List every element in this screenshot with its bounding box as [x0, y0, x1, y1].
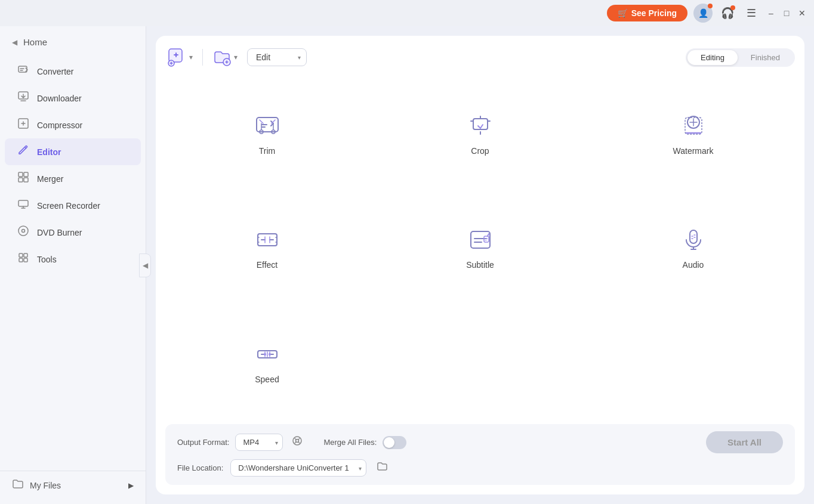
minimize-button[interactable]: –: [766, 8, 776, 18]
myfiles-folder-icon: [12, 478, 24, 492]
tool-card-effect[interactable]: Effect: [165, 196, 369, 301]
start-all-button[interactable]: Start All: [706, 431, 783, 453]
tool-card-empty-2: [591, 310, 795, 415]
top-bar: ▾ ▾ Edit Trim Crop Eff: [165, 45, 795, 69]
bottom-bar: Output Format: MP4 AVI MOV MKV ▾: [165, 424, 795, 485]
svg-point-28: [269, 353, 271, 355]
account-badge: [708, 4, 713, 8]
title-bar: 🛒 See Pricing 👤 🎧 ☰ – □ ✕: [0, 0, 814, 26]
svg-point-29: [293, 437, 301, 445]
svg-rect-10: [19, 253, 23, 257]
svg-point-8: [18, 226, 28, 236]
svg-point-9: [22, 230, 25, 233]
merge-all-label: Merge All Files:: [323, 438, 377, 447]
sidebar-item-dvd-burner[interactable]: DVD Burner: [5, 219, 141, 246]
sidebar-collapse-button[interactable]: ◀: [139, 253, 151, 277]
sidebar-item-screen-recorder[interactable]: Screen Recorder: [5, 192, 141, 219]
editing-toggle-container: Editing Finished: [686, 48, 795, 67]
svg-rect-6: [24, 178, 28, 182]
add-file-dropdown-icon: ▾: [189, 53, 193, 61]
tool-card-watermark[interactable]: Watermark: [591, 81, 795, 186]
file-location-label: File Location:: [177, 463, 223, 472]
svg-rect-24: [471, 231, 490, 248]
screen-recorder-label: Screen Recorder: [37, 201, 100, 211]
svg-rect-11: [24, 253, 27, 257]
output-settings-button[interactable]: [289, 432, 306, 452]
svg-rect-5: [18, 178, 23, 182]
tool-grid: Trim Crop: [165, 81, 795, 415]
edit-select-wrapper: Edit Trim Crop Effect ▾: [247, 48, 307, 66]
sidebar-myfiles[interactable]: My Files ▶: [0, 471, 146, 499]
output-format-label: Output Format:: [177, 438, 229, 447]
audio-label: Audio: [683, 260, 704, 270]
merger-icon: [17, 171, 30, 186]
maximize-button[interactable]: □: [782, 8, 791, 18]
finished-tab[interactable]: Finished: [738, 50, 793, 65]
merger-label: Merger: [37, 174, 63, 184]
output-format-select-wrapper: MP4 AVI MOV MKV ▾: [235, 434, 283, 451]
hamburger-icon: ☰: [747, 7, 756, 20]
effect-label: Effect: [257, 260, 278, 270]
close-icon: ✕: [798, 8, 806, 18]
sidebar-item-merger[interactable]: Merger: [5, 165, 141, 192]
tool-card-trim[interactable]: Trim: [165, 81, 369, 186]
sidebar-home[interactable]: ◀ Home: [0, 31, 146, 53]
tool-card-empty-1: [378, 310, 582, 415]
add-folder-dropdown-icon: ▾: [234, 53, 238, 61]
minimize-icon: –: [769, 8, 773, 18]
sidebar-item-editor[interactable]: Editor: [5, 138, 141, 165]
add-file-button[interactable]: ▾: [165, 45, 195, 69]
screen-recorder-icon: [17, 198, 30, 213]
notification-badge: [730, 5, 735, 10]
downloader-icon: [17, 91, 30, 106]
downloader-label: Downloader: [37, 94, 82, 103]
see-pricing-button[interactable]: 🛒 See Pricing: [607, 5, 687, 21]
svg-rect-4: [24, 172, 28, 177]
sidebar-item-compressor[interactable]: Compressor: [5, 112, 141, 138]
edit-select[interactable]: Edit Trim Crop Effect: [247, 48, 307, 66]
sidebar-item-downloader[interactable]: Downloader: [5, 85, 141, 112]
file-location-select[interactable]: D:\Wondershare UniConverter 1: [230, 459, 366, 477]
file-location-select-wrapper: D:\Wondershare UniConverter 1 ▾: [230, 459, 366, 477]
speed-label: Speed: [255, 375, 279, 384]
output-format-select[interactable]: MP4 AVI MOV MKV: [235, 434, 283, 451]
tool-card-speed[interactable]: Speed: [165, 310, 369, 415]
myfiles-label: My Files: [30, 481, 61, 490]
compressor-label: Compressor: [37, 120, 82, 130]
add-folder-button[interactable]: ▾: [210, 45, 240, 69]
main-panel: ▾ ▾ Edit Trim Crop Eff: [156, 36, 804, 494]
subtitle-label: Subtitle: [466, 260, 494, 270]
notification-button[interactable]: 🎧: [719, 4, 736, 22]
converter-icon: [17, 64, 30, 79]
crop-label: Crop: [471, 146, 489, 156]
account-button[interactable]: 👤: [693, 4, 713, 23]
close-button[interactable]: ✕: [797, 8, 807, 18]
compressor-icon: [17, 118, 30, 132]
maximize-icon: □: [784, 8, 789, 18]
editing-tab[interactable]: Editing: [687, 50, 738, 65]
dvd-burner-icon: [17, 225, 30, 240]
tool-card-crop[interactable]: Crop: [378, 81, 582, 186]
sidebar-item-converter[interactable]: Converter: [5, 58, 141, 85]
tools-label: Tools: [37, 255, 57, 264]
tools-icon: [17, 252, 30, 267]
tool-card-subtitle[interactable]: Subtitle: [378, 196, 582, 301]
menu-button[interactable]: ☰: [742, 4, 760, 22]
sidebar-item-tools[interactable]: Tools: [5, 246, 141, 273]
browse-folder-button[interactable]: [374, 458, 390, 478]
editor-label: Editor: [37, 147, 61, 157]
svg-rect-3: [18, 172, 23, 177]
account-icon: 👤: [698, 8, 708, 18]
home-label: Home: [23, 37, 47, 47]
merge-all-toggle[interactable]: [383, 436, 406, 449]
tool-card-audio[interactable]: Audio: [591, 196, 795, 301]
toggle-switch-knob: [384, 437, 394, 448]
watermark-label: Watermark: [673, 146, 714, 156]
output-format-row: Output Format: MP4 AVI MOV MKV ▾: [177, 431, 783, 453]
collapse-icon: ◀: [143, 261, 148, 270]
top-bar-divider: [202, 49, 203, 66]
trim-label: Trim: [259, 146, 275, 156]
svg-rect-7: [18, 200, 28, 206]
main-layout: ◀ Home Converter Downloader: [0, 26, 814, 504]
svg-rect-23: [258, 234, 277, 246]
